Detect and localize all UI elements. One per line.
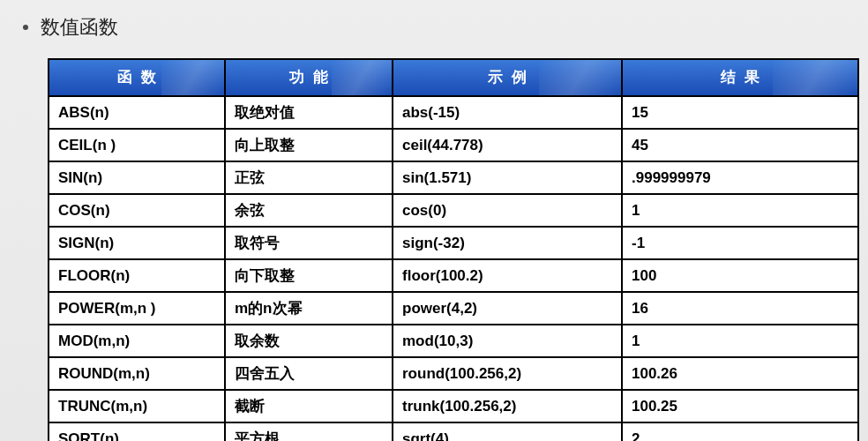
cell-example: ceil(44.778) xyxy=(393,129,622,161)
cell-result: 2 xyxy=(622,422,858,441)
table-row: ABS(n)取绝对值abs(-15)15 xyxy=(49,96,858,129)
cell-result: 1 xyxy=(622,194,858,227)
cell-desc: 向下取整 xyxy=(225,259,393,292)
col-header-example: 示例 xyxy=(393,59,622,96)
cell-func: COS(n) xyxy=(49,194,225,227)
cell-result: 100.26 xyxy=(622,357,858,390)
cell-example: power(4,2) xyxy=(393,292,622,325)
cell-desc: 取余数 xyxy=(225,325,393,357)
cell-func: ABS(n) xyxy=(49,96,225,129)
cell-example: sqrt(4) xyxy=(393,422,622,441)
cell-func: SQRT(n) xyxy=(49,422,225,441)
page-title: 数值函数 xyxy=(41,14,118,41)
cell-result: 15 xyxy=(622,96,858,129)
cell-func: SIN(n) xyxy=(49,161,225,194)
table-row: SIN(n)正弦sin(1.571).999999979 xyxy=(49,161,858,194)
slide: 数值函数 函数 功能 示例 结果 ABS(n)取绝对值abs(-15)15CEI… xyxy=(0,0,868,441)
table-body: ABS(n)取绝对值abs(-15)15CEIL(n )向上取整ceil(44.… xyxy=(49,96,858,441)
cell-desc: 取符号 xyxy=(225,227,393,259)
table-row: ROUND(m,n)四舍五入round(100.256,2)100.26 xyxy=(49,357,858,390)
cell-result: .999999979 xyxy=(622,161,858,194)
table-header-row: 函数 功能 示例 结果 xyxy=(49,59,858,96)
cell-example: floor(100.2) xyxy=(393,259,622,292)
cell-example: round(100.256,2) xyxy=(393,357,622,390)
cell-result: 100 xyxy=(622,259,858,292)
cell-desc: 向上取整 xyxy=(225,129,393,161)
cell-example: abs(-15) xyxy=(393,96,622,129)
cell-desc: 正弦 xyxy=(225,161,393,194)
col-header-result: 结果 xyxy=(622,59,858,96)
cell-desc: m的n次幂 xyxy=(225,292,393,325)
table-row: FLOOR(n)向下取整floor(100.2)100 xyxy=(49,259,858,292)
col-header-func: 函数 xyxy=(49,59,225,96)
cell-result: -1 xyxy=(622,227,858,259)
cell-result: 1 xyxy=(622,325,858,357)
cell-result: 100.25 xyxy=(622,390,858,422)
cell-func: ROUND(m,n) xyxy=(49,357,225,390)
table-wrap: 函数 功能 示例 结果 ABS(n)取绝对值abs(-15)15CEIL(n )… xyxy=(48,58,857,441)
title-row: 数值函数 xyxy=(23,14,850,41)
table-row: CEIL(n )向上取整ceil(44.778)45 xyxy=(49,129,858,161)
cell-result: 45 xyxy=(622,129,858,161)
table-row: MOD(m,n)取余数mod(10,3)1 xyxy=(49,325,858,357)
cell-func: MOD(m,n) xyxy=(49,325,225,357)
table-row: SQRT(n)平方根sqrt(4)2 xyxy=(49,422,858,441)
col-header-desc: 功能 xyxy=(225,59,393,96)
cell-desc: 余弦 xyxy=(225,194,393,227)
cell-func: POWER(m,n ) xyxy=(49,292,225,325)
cell-desc: 截断 xyxy=(225,390,393,422)
cell-func: FLOOR(n) xyxy=(49,259,225,292)
cell-func: TRUNC(m,n) xyxy=(49,390,225,422)
bullet-icon xyxy=(23,25,28,30)
cell-example: mod(10,3) xyxy=(393,325,622,357)
table-row: COS(n)余弦cos(0)1 xyxy=(49,194,858,227)
table-row: POWER(m,n )m的n次幂power(4,2)16 xyxy=(49,292,858,325)
functions-table: 函数 功能 示例 结果 ABS(n)取绝对值abs(-15)15CEIL(n )… xyxy=(48,58,859,441)
cell-func: CEIL(n ) xyxy=(49,129,225,161)
cell-func: SIGN(n) xyxy=(49,227,225,259)
cell-example: sign(-32) xyxy=(393,227,622,259)
cell-desc: 四舍五入 xyxy=(225,357,393,390)
table-row: SIGN(n)取符号sign(-32)-1 xyxy=(49,227,858,259)
cell-example: trunk(100.256,2) xyxy=(393,390,622,422)
cell-desc: 取绝对值 xyxy=(225,96,393,129)
cell-desc: 平方根 xyxy=(225,422,393,441)
cell-example: cos(0) xyxy=(393,194,622,227)
cell-example: sin(1.571) xyxy=(393,161,622,194)
cell-result: 16 xyxy=(622,292,858,325)
table-row: TRUNC(m,n)截断trunk(100.256,2)100.25 xyxy=(49,390,858,422)
